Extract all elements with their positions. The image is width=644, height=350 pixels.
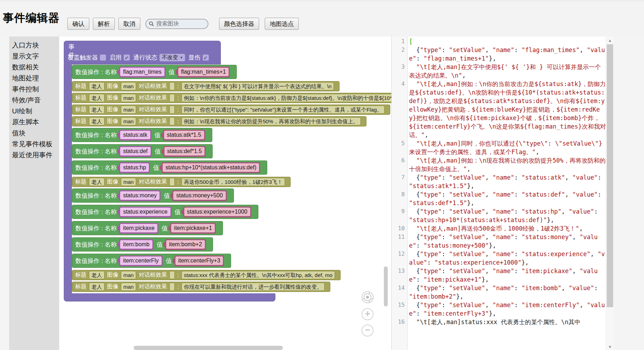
set-value-block[interactable]: 数值操作 : 名称status:def值status:def*1.5	[72, 144, 213, 158]
name-literal-block[interactable]: flag:man_times	[119, 67, 166, 78]
code-scrollbar[interactable]: ▲ ▼	[606, 36, 614, 350]
value-literal-block[interactable]: status:experience+1000	[183, 207, 251, 218]
effect-field[interactable]	[169, 106, 175, 114]
show-text-block[interactable]: 标题老人图像man对话框效果:例如：\n现在我将让你的攻防提升50%，再将攻防和…	[72, 116, 366, 126]
name-literal-block[interactable]: status:hp	[119, 162, 150, 173]
value-field[interactable]: status:atk*1.5	[164, 131, 204, 139]
show-text-block[interactable]: 标题老人图像man对话框效果:同时，你也可以通过{"type": "setVal…	[72, 105, 390, 115]
text-field[interactable]: 例如：\n你的当前攻击力是${status:atk}，防御力是${status:…	[181, 94, 391, 102]
title-field[interactable]: 老人	[89, 117, 105, 125]
value-field[interactable]: item:bomb+2	[166, 240, 205, 249]
value-literal-block[interactable]: status:hp+10*(status:atk+status:def)	[162, 162, 260, 173]
image-field[interactable]: man	[121, 178, 136, 186]
set-value-block[interactable]: 数值操作 : 名称item:pickaxe值item:pickaxe+1	[72, 221, 223, 235]
title-field[interactable]: 老人	[89, 283, 105, 291]
value-literal-block[interactable]: status:money+500	[172, 190, 226, 201]
text-field[interactable]: 你现在可以重新和我进行对话，进一步看到属性值的改变。	[181, 283, 325, 291]
toolbox-category[interactable]: 常见事件模板	[9, 139, 59, 149]
code-line-text[interactable]: {"type": "setValue", "name": "status:atk…	[407, 173, 606, 190]
text-field[interactable]: 同时，你也可以通过{"type": "setValue"}来设置一个勇士的属性、…	[181, 106, 385, 114]
value-literal-block[interactable]: status:def*1.5	[163, 146, 206, 157]
toolbox-category[interactable]: 最近使用事件	[9, 149, 59, 160]
code-line-text[interactable]: [	[407, 37, 606, 46]
code-line-text[interactable]: "\t[老人,man]在文字中使用${' ${ '}和 } 可以计算并显示一个表…	[407, 63, 606, 80]
name-literal-block[interactable]: status:money	[119, 190, 161, 201]
toolbox-category[interactable]: 数据相关	[9, 62, 59, 73]
effect-field[interactable]	[169, 178, 175, 186]
name-field[interactable]: status:experience	[120, 208, 170, 216]
set-value-block[interactable]: 数值操作 : 名称status:money值status:money+500	[72, 188, 234, 203]
value-field[interactable]: status:def*1.5	[164, 147, 205, 156]
toolbox-category[interactable]: 地图处理	[9, 73, 59, 84]
value-field[interactable]: item:centerFly+3	[175, 256, 223, 265]
value-field[interactable]: item:pickaxe+1	[171, 224, 215, 232]
toolbox-category[interactable]: 显示文字	[9, 51, 59, 62]
action-button-parse[interactable]: 解析	[93, 18, 115, 30]
set-value-block[interactable]: 数值操作 : 名称status:experience值status:experi…	[72, 205, 258, 219]
code-line-text[interactable]: "\t[老人,man]例如：\n现在我将让你的攻防提升50%，再将攻防和的十倍加…	[407, 156, 606, 173]
value-literal-block[interactable]: item:centerFly+3	[174, 255, 224, 266]
show-text-block[interactable]: 标题老人图像man对话框效果:例如：\n你的当前攻击力是${status:atk…	[72, 93, 391, 103]
code-line-text[interactable]: "\t[老人,man]例如：\n你的当前攻击力是${status:atk}，防御…	[407, 80, 606, 139]
name-literal-block[interactable]: item:bomb	[119, 239, 153, 250]
set-value-block[interactable]: 数值操作 : 名称status:atk值status:atk*1.5	[72, 128, 212, 142]
value-field[interactable]: flag:man_times+1	[178, 68, 229, 76]
checkbox[interactable]	[100, 55, 106, 61]
title-field[interactable]: 老人	[89, 106, 105, 114]
text-field[interactable]: 在文字中使用${' ${ '}和 } 可以计算并显示一个表达式的结果。\n	[181, 82, 334, 90]
show-text-block[interactable]: 标题老人图像man对话框效果:你现在可以重新和我进行对话，进一步看到属性值的改变…	[72, 282, 330, 292]
scroll-down-icon[interactable]: ▼	[606, 345, 614, 349]
value-field[interactable]: status:experience+1000	[184, 208, 250, 216]
code-line-text[interactable]: {"type": "setValue", "name": "status:exp…	[407, 250, 606, 267]
name-field[interactable]: item:bomb	[120, 240, 152, 249]
value-literal-block[interactable]: item:bomb+2	[165, 239, 206, 250]
action-button-confirm[interactable]: 确认	[67, 18, 89, 30]
checkbox-checked[interactable]: ✓	[124, 55, 130, 61]
code-line-text[interactable]: {"type": "setValue", "name": "flag:man_t…	[407, 46, 606, 63]
image-field[interactable]: man	[121, 271, 136, 279]
color-picker-button[interactable]: 颜色选择器	[219, 18, 259, 30]
code-line-text[interactable]: {"type": "setValue", "name": "status:def…	[407, 190, 606, 207]
code-line-text[interactable]: {"type": "setValue", "name": "item:picka…	[407, 267, 606, 284]
code-line-text[interactable]: "\t[老人,man]同时，你也可以通过{\"type\": \"setValu…	[407, 139, 606, 156]
zoom-out-button[interactable]: −	[362, 324, 374, 337]
set-value-block[interactable]: 数值操作 : 名称flag:man_times值flag:man_times+1	[72, 65, 237, 79]
title-field[interactable]: 老人	[89, 271, 105, 279]
image-field[interactable]: man	[121, 94, 136, 102]
title-field[interactable]: 老人	[89, 178, 105, 186]
value-literal-block[interactable]: status:atk*1.5	[163, 130, 205, 141]
name-literal-block[interactable]: status:def	[119, 146, 151, 157]
show-text-block[interactable]: 标题老人图像man对话框效果:再送你500金币，1000经验，1破2炸3飞！	[72, 177, 291, 187]
name-field[interactable]: item:pickaxe	[120, 224, 157, 232]
title-field[interactable]: 老人	[89, 94, 105, 102]
image-field[interactable]: man	[121, 117, 136, 125]
value-literal-block[interactable]: flag:man_times+1	[177, 67, 230, 78]
name-literal-block[interactable]: status:experience	[119, 207, 171, 218]
search-input[interactable]	[156, 20, 205, 27]
map-pick-button[interactable]: 地图选点	[265, 18, 299, 30]
workspace-horizontal-scrollbar[interactable]	[134, 346, 283, 350]
zoom-in-button[interactable]: +	[362, 308, 374, 320]
scroll-up-icon[interactable]: ▲	[606, 38, 614, 43]
name-field[interactable]: flag:man_times	[120, 68, 164, 76]
toolbox-category[interactable]: 入口方块	[9, 40, 59, 51]
code-line-text[interactable]: {"type": "setValue", "name": "status:mon…	[407, 233, 606, 250]
code-line-text[interactable]: {"type": "setValue", "name": "item:cente…	[407, 301, 606, 318]
name-literal-block[interactable]: status:atk	[119, 130, 151, 141]
text-field[interactable]: 例如：\n现在我将让你的攻防提升50%，再将攻防和的十倍加到生命值上。	[181, 117, 361, 125]
name-literal-block[interactable]: item:centerFly	[119, 255, 162, 266]
image-field[interactable]: man	[121, 82, 136, 90]
toolbox-category[interactable]: 特效/声音	[9, 95, 59, 106]
name-field[interactable]: status:hp	[120, 163, 149, 172]
text-field[interactable]: 再送你500金币，1000经验，1破2炸3飞！	[181, 178, 285, 186]
name-field[interactable]: item:centerFly	[120, 256, 161, 265]
toolbox-category[interactable]: 原生脚本	[9, 117, 59, 128]
toolbox-category[interactable]: UI绘制	[9, 106, 59, 117]
effect-field[interactable]	[169, 271, 175, 279]
scrollbar-thumb[interactable]	[607, 44, 613, 307]
show-text-block[interactable]: 标题老人图像man对话框效果:status:xxx 代表勇士的某个属性。\n其中…	[72, 270, 341, 280]
code-line-text[interactable]: "\t[老人,man]再送你500金币，1000经验，1破2炸3飞！",	[407, 224, 606, 233]
effect-field[interactable]	[169, 82, 175, 90]
toolbox-category[interactable]: 值块	[9, 128, 59, 139]
text-field[interactable]: status:xxx 代表勇士的某个属性。\n其中xxx可取hp, atk, d…	[181, 271, 335, 279]
